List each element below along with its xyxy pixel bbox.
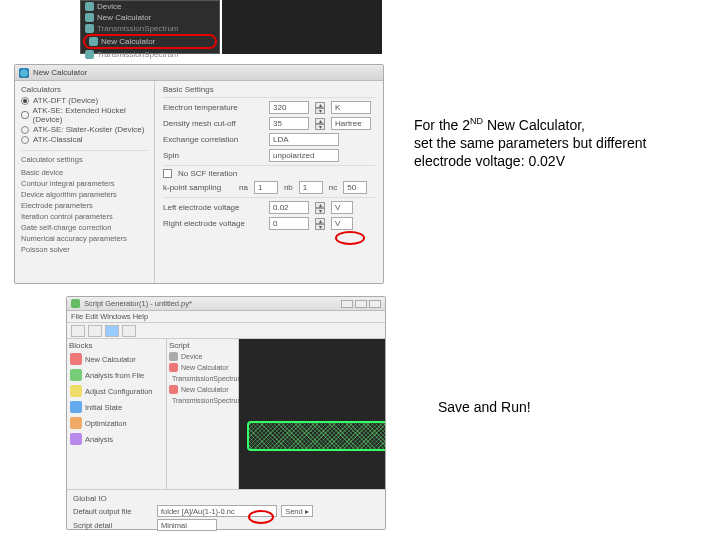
field-label: Script detail [73,521,153,530]
spectrum-icon [85,50,94,59]
panel-heading: Blocks [69,341,164,350]
spinner[interactable]: ▴▾ [315,218,325,230]
script-detail-select[interactable]: Minimal [157,519,217,531]
settings-tree: Calculator settings Basic device Contour… [21,150,148,255]
dialog-titlebar[interactable]: New Calculator [15,65,383,81]
radio-slater[interactable]: ATK-SE: Slater-Koster (Device) [21,125,148,134]
section-heading: Calculator settings [21,154,148,165]
calculator-dialog: New Calculator Calculators ATK-DFT (Devi… [14,64,384,284]
send-button[interactable]: Send ▸ [281,505,313,517]
tree-label: TransmissionSpectrum [97,50,179,59]
calc-icon [85,13,94,22]
settings-item[interactable]: Basic device [21,167,148,178]
export-button[interactable] [122,325,136,337]
block-icon [70,353,82,365]
spin-select[interactable]: unpolarized [269,149,339,162]
tree-label: New Calculator [101,37,155,46]
field-label: Spin [163,151,263,160]
block-icon [70,401,82,413]
unit-select[interactable]: V [331,217,353,230]
block-adjust-config[interactable]: Adjust Configuration [69,384,164,398]
annotation-circle-icon [248,510,274,524]
script-panel: Script Device New Calculator Transmissio… [167,339,239,489]
script-item[interactable]: TransmissionSpectrum [169,396,236,405]
app-icon [19,68,29,78]
block-icon [70,369,82,381]
script-item[interactable]: TransmissionSpectrum [169,374,236,383]
mesh-cutoff-input[interactable]: 35 [269,117,309,130]
kpoint-na[interactable]: 1 [254,181,278,194]
checkbox-label: No SCF iteration [178,169,237,178]
app-icon [71,299,80,308]
electron-temp-input[interactable]: 320 [269,101,309,114]
menu-bar[interactable]: File Edit Windows Help [67,311,385,323]
annotation-text: For the 2ND New Calculator, set the same… [414,116,714,171]
tree-item[interactable]: Device [81,1,219,12]
xc-select[interactable]: LDA [269,133,339,146]
settings-item[interactable]: Poisson solver [21,244,148,255]
save-button[interactable] [105,325,119,337]
script-item[interactable]: New Calculator [169,385,236,394]
field-label: Exchange correlation [163,135,263,144]
calculator-left-panel: Calculators ATK-DFT (Device) ATK-SE: Ext… [15,81,155,283]
radio-classical[interactable]: ATK-Classical [21,135,148,144]
field-label: k-point sampling [163,183,233,192]
settings-item[interactable]: Device algorithm parameters [21,189,148,200]
block-initial-state[interactable]: Initial State [69,400,164,414]
settings-item[interactable]: Electrode parameters [21,200,148,211]
unit-select[interactable]: V [331,201,353,214]
section-heading: Global IO [73,494,379,503]
unit-select[interactable]: Hartree [331,117,371,130]
panel-heading: Script [169,341,236,350]
dialog-title: New Calculator [33,68,87,77]
tree-label: New Calculator [97,13,151,22]
radio-huckel[interactable]: ATK-SE: Extended Hückel (Device) [21,106,148,124]
tree-label: TransmissionSpectrum [97,24,179,33]
structure-preview[interactable] [239,339,385,489]
window-titlebar[interactable]: Script Generator(1) - untitled.py* [67,297,385,311]
settings-item[interactable]: Contour integral parameters [21,178,148,189]
new-button[interactable] [71,325,85,337]
cube-icon [169,352,178,361]
annotation-text: Save and Run! [438,398,531,416]
field-label: Electron temperature [163,103,263,112]
tree-item[interactable]: New Calculator [81,12,219,23]
spinner[interactable]: ▴▾ [315,102,325,114]
radio-icon [21,136,29,144]
kpoint-nb[interactable]: 1 [299,181,323,194]
unit-select[interactable]: K [331,101,371,114]
spectrum-icon [85,24,94,33]
block-optimization[interactable]: Optimization [69,416,164,430]
calc-icon [169,385,178,394]
no-scf-checkbox[interactable] [163,169,172,178]
script-item[interactable]: Device [169,352,236,361]
nanotube-structure [247,421,385,451]
open-button[interactable] [88,325,102,337]
script-item[interactable]: New Calculator [169,363,236,372]
script-generator-window: Script Generator(1) - untitled.py* File … [66,296,386,530]
window-controls[interactable] [341,300,381,308]
spinner[interactable]: ▴▾ [315,118,325,130]
kpoint-nc[interactable]: 50 [343,181,367,194]
left-voltage-input[interactable]: 0.02 [269,201,309,214]
calc-icon [169,363,178,372]
preview-strip [222,0,382,54]
settings-item[interactable]: Gate self-charge correction [21,222,148,233]
radio-icon [21,111,29,119]
block-icon [70,385,82,397]
tree-item[interactable]: TransmissionSpectrum [81,49,219,60]
right-voltage-input[interactable]: 0 [269,217,309,230]
block-icon [70,433,82,445]
tree-item-highlighted[interactable]: New Calculator [83,34,217,49]
tree-item[interactable]: TransmissionSpectrum [81,23,219,34]
block-analysis[interactable]: Analysis [69,432,164,446]
settings-item[interactable]: Numerical accuracy parameters [21,233,148,244]
settings-item[interactable]: Iteration control parameters [21,211,148,222]
block-new-calculator[interactable]: New Calculator [69,352,164,366]
toolbar [67,323,385,339]
radio-icon [21,126,29,134]
spinner[interactable]: ▴▾ [315,202,325,214]
block-analysis-from-file[interactable]: Analysis from File [69,368,164,382]
calc-icon [89,37,98,46]
radio-atk-dft[interactable]: ATK-DFT (Device) [21,96,148,105]
